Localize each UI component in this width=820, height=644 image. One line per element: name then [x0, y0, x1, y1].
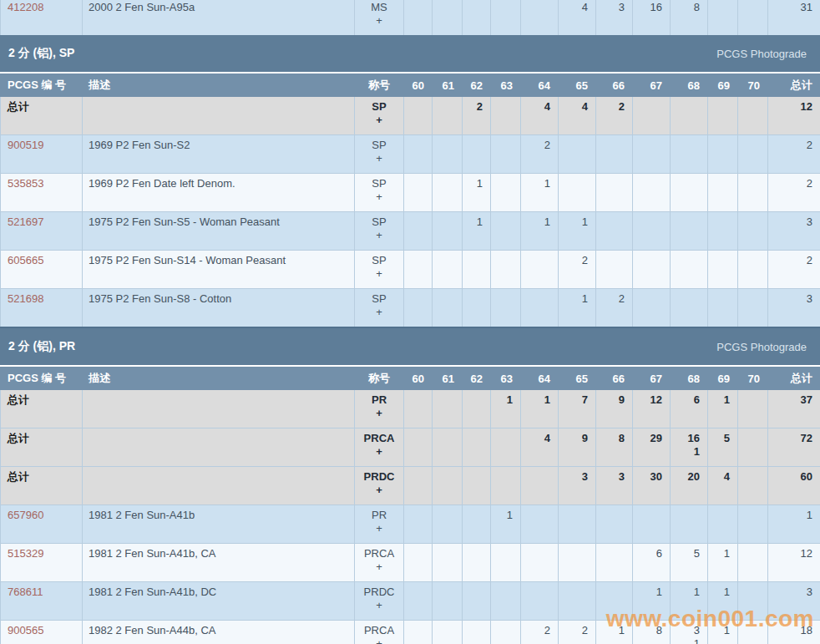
col-header-grade-65: 65 [559, 74, 596, 97]
grade-count-line2 [463, 14, 483, 28]
grade-count [596, 139, 625, 152]
pcgs-number-link[interactable]: 900565 [8, 624, 82, 637]
grade-count-line2 [559, 560, 588, 574]
grade-count-line2 [708, 407, 730, 420]
grade-count-line2 [463, 407, 483, 420]
grade-cell-62: 1 [463, 212, 491, 251]
pcgs-number-link[interactable]: 535853 [8, 177, 82, 190]
grade-count-line2 [596, 599, 625, 612]
grade-count [708, 100, 730, 114]
grade-count-line2 [404, 407, 424, 420]
grade-count [433, 624, 454, 637]
grade-count [738, 177, 760, 190]
grade-cell-61 [433, 621, 463, 644]
grade-cell-70 [738, 97, 768, 135]
grade-count: 1 [463, 216, 483, 229]
designation-text-line2: + [355, 14, 403, 28]
pcgs-number-link[interactable]: 521698 [8, 292, 82, 306]
grade-count [559, 586, 588, 599]
grade-cell-60 [404, 505, 433, 544]
grade-cell-63 [491, 212, 521, 251]
grade-count [738, 216, 760, 229]
grade-count [738, 139, 760, 152]
grade-count-line2 [404, 445, 424, 459]
grade-count-line2 [738, 267, 760, 281]
grade-count-line2 [596, 190, 625, 204]
grade-cell-63 [491, 428, 521, 467]
grade-count [433, 177, 454, 190]
population-table-sp: PCGS 编 号描述称号6061626364656667686970总计总计 S… [0, 74, 820, 328]
pcgs-number-link[interactable]: 657960 [8, 509, 82, 522]
grade-count-line2 [708, 114, 730, 127]
description-text: 1981 2 Fen Sun-A41b [89, 509, 354, 522]
grade-cell-60 [404, 251, 433, 289]
grade-count-line2 [521, 637, 550, 644]
grade-count-line2 [491, 522, 513, 535]
photograde-link[interactable]: PCGS Photograde [716, 341, 807, 353]
grade-cell-65: 1 [559, 212, 596, 251]
grade-cell-68: 6 [671, 390, 708, 428]
pcgs-number-link[interactable]: 515329 [8, 547, 82, 560]
col-header-grade-68: 68 [671, 74, 708, 97]
grade-cell-68 [671, 212, 708, 251]
pcgs-number-cell: 总计 [1, 390, 83, 428]
col-header-grade-69: 69 [708, 74, 738, 97]
grade-cell-63: 1 [491, 390, 521, 428]
grade-count [708, 254, 730, 267]
grade-count-line2 [708, 637, 730, 644]
grade-count [404, 432, 424, 445]
grade-count [671, 216, 700, 229]
photograde-link[interactable]: PCGS Photograde [716, 48, 807, 60]
total-count-line2 [768, 445, 812, 459]
grade-count-line2 [559, 522, 588, 535]
grade-cell-66 [596, 212, 633, 251]
grade-count [404, 547, 424, 560]
grade-count-line2 [671, 522, 700, 535]
designation-cell: PRCA+ [355, 428, 404, 467]
grade-count: 1 [521, 393, 550, 407]
col-header-grade-66: 66 [596, 368, 633, 390]
grade-count: 1 [633, 586, 662, 599]
grade-count-line2 [671, 114, 700, 127]
grade-cell-65: 3 [559, 467, 596, 505]
grade-cell-64: 4 [521, 97, 559, 135]
grade-count [404, 139, 424, 152]
grade-count-line2 [521, 306, 550, 319]
grade-cell-64: 2 [521, 621, 559, 644]
grade-count [463, 393, 483, 407]
description-cell: 1969 P2 Fen Sun-S2 [83, 135, 355, 174]
description-text: 1969 P2 Fen Date left Denom. [89, 177, 354, 190]
grade-cell-64 [521, 505, 559, 544]
pcgs-number-link[interactable]: 521697 [8, 216, 82, 229]
grade-cell-70 [738, 390, 768, 428]
grade-count [671, 509, 700, 522]
grade-count [491, 139, 513, 152]
col-header-grade-61: 61 [433, 368, 463, 390]
grade-count-line2 [404, 637, 424, 644]
population-table-pr: PCGS 编 号描述称号6061626364656667686970总计总计 P… [0, 367, 820, 644]
col-header-grade-61: 61 [433, 74, 463, 97]
total-count: 3 [768, 292, 812, 306]
grade-count: 1 [708, 547, 730, 560]
grade-count-line2 [433, 522, 454, 535]
grade-count-line2 [671, 407, 700, 420]
total-count: 31 [768, 1, 812, 14]
pcgs-number-link[interactable]: 605665 [8, 254, 82, 267]
pcgs-number-link[interactable]: 900519 [8, 139, 82, 152]
grade-count-line2 [633, 229, 662, 242]
grade-count: 3 [559, 470, 588, 484]
col-header-grade-60: 60 [404, 368, 433, 390]
pcgs-number-cell: 768611 [1, 582, 83, 621]
pcgs-number-link[interactable]: 768611 [8, 586, 82, 599]
grade-count-line2 [559, 306, 588, 319]
designation-text: MS [355, 1, 403, 14]
grade-count [559, 139, 588, 152]
grade-count-line2 [433, 267, 454, 281]
grade-count: 1 [491, 393, 513, 407]
grade-count [433, 393, 454, 407]
description-text [89, 432, 354, 445]
grade-count-line2 [738, 599, 760, 612]
pcgs-number-link[interactable]: 412208 [8, 1, 82, 14]
grade-count [463, 432, 483, 445]
grade-count-line2 [491, 114, 513, 127]
